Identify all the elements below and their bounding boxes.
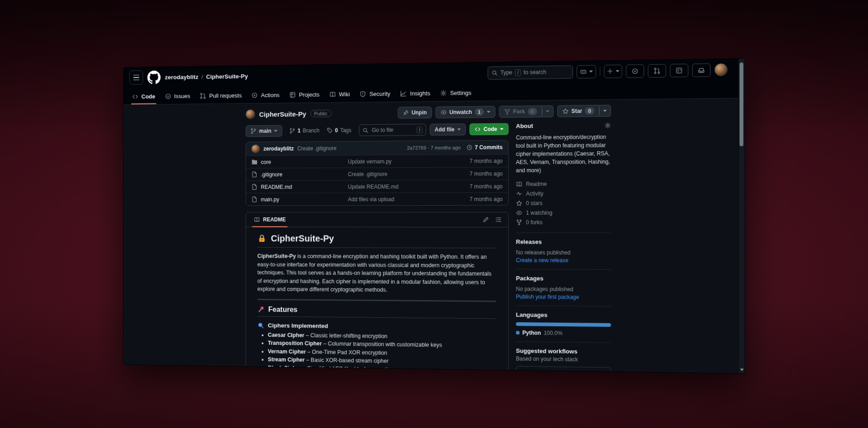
copilot-caret-icon bbox=[589, 71, 593, 72]
scrollbar-thumb[interactable] bbox=[740, 62, 743, 146]
about-settings-gear-icon[interactable] bbox=[604, 122, 611, 128]
global-search-input[interactable]: Type / to search bbox=[488, 65, 573, 80]
features-heading-text: Features bbox=[268, 306, 298, 314]
commit-author-avatar[interactable] bbox=[251, 144, 260, 153]
eye-icon bbox=[516, 209, 522, 216]
copilot-menu-button[interactable] bbox=[577, 65, 596, 78]
releases-section: Releases No releases published Create a … bbox=[516, 238, 611, 270]
fork-dropdown-button[interactable] bbox=[542, 105, 553, 118]
branch-name: main bbox=[259, 128, 271, 134]
branch-selector-button[interactable]: main bbox=[246, 125, 282, 137]
about-title: About bbox=[516, 122, 533, 129]
forks-meta-link[interactable]: 0 forks bbox=[516, 217, 611, 227]
tab-wiki-label: Wiki bbox=[339, 90, 350, 97]
go-to-file-input[interactable] bbox=[371, 126, 414, 134]
topbar-divider bbox=[600, 67, 600, 76]
commit-sha-time[interactable]: 2a72769 · 7 months ago bbox=[407, 145, 461, 151]
file-commit-message[interactable]: Update vernam.py bbox=[348, 158, 460, 165]
file-age: 7 months ago bbox=[460, 196, 503, 202]
cipher-item: Stream Cipher – Basic XOR-based stream c… bbox=[268, 356, 496, 366]
tab-code[interactable]: Code bbox=[128, 88, 159, 104]
add-file-button[interactable]: Add file bbox=[430, 123, 466, 136]
owner-avatar[interactable] bbox=[246, 109, 255, 119]
commit-author-link[interactable]: zerodayblitz bbox=[263, 146, 294, 152]
stars-meta-link[interactable]: 0 stars bbox=[516, 198, 611, 208]
repo-title[interactable]: CipherSuite-Py bbox=[259, 110, 306, 118]
file-name[interactable]: .gitignore bbox=[261, 171, 348, 178]
tab-pull-requests[interactable]: Pull requests bbox=[195, 87, 246, 104]
search-placeholder-prefix: Type bbox=[500, 69, 512, 75]
language-python[interactable]: Python 100.0% bbox=[516, 329, 611, 337]
markdown-divider bbox=[257, 299, 496, 302]
fork-button: Fork 0 bbox=[499, 105, 542, 118]
issues-dashboard-button[interactable] bbox=[626, 64, 644, 78]
breadcrumb-repo-link[interactable]: CipherSuite-Py bbox=[206, 73, 248, 80]
cipher-item: Block Cipher – Simplified AES-like block… bbox=[268, 365, 496, 373]
fork-caret-icon bbox=[545, 110, 549, 112]
issue-opened-icon bbox=[165, 93, 171, 99]
main-column: main 1 Branch 0 Tags bbox=[246, 122, 508, 373]
readme-tab[interactable]: README bbox=[250, 212, 290, 227]
user-avatar[interactable] bbox=[714, 63, 727, 76]
releases-title: Releases bbox=[516, 238, 542, 245]
tab-projects[interactable]: Projects bbox=[285, 86, 324, 103]
edit-pencil-icon[interactable] bbox=[483, 216, 489, 223]
hamburger-menu-button[interactable] bbox=[129, 71, 143, 85]
tab-security-label: Security bbox=[370, 90, 390, 97]
file-row-core[interactable]: core Update vernam.py 7 months ago bbox=[246, 154, 508, 168]
tab-actions[interactable]: Actions bbox=[247, 87, 284, 103]
tab-settings[interactable]: Settings bbox=[436, 85, 476, 101]
create-release-link[interactable]: Create a new release bbox=[516, 257, 611, 264]
file-commit-message[interactable]: Create .gitignore bbox=[348, 170, 460, 177]
inbox-icon bbox=[698, 66, 705, 74]
readme-intro-bold: CipherSuite-Py bbox=[257, 253, 296, 259]
tags-link[interactable]: 0 Tags bbox=[327, 127, 351, 133]
file-row-gitignore[interactable]: .gitignore Create .gitignore 7 months ag… bbox=[246, 167, 508, 180]
file-name[interactable]: main.py bbox=[261, 196, 348, 202]
file-commit-message[interactable]: Add files via upload bbox=[348, 196, 460, 202]
tab-issues[interactable]: Issues bbox=[161, 88, 195, 104]
unpin-label: Unpin bbox=[412, 109, 427, 116]
unwatch-button[interactable]: Unwatch 1 bbox=[436, 106, 495, 118]
star-count: 0 bbox=[585, 107, 594, 114]
file-row-readme[interactable]: README.md Update README.md 7 months ago bbox=[246, 179, 508, 193]
create-new-button[interactable] bbox=[604, 64, 622, 78]
scrollbar-down-arrow-icon[interactable] bbox=[740, 369, 744, 371]
file-row-mainpy[interactable]: main.py Add files via upload 7 months ag… bbox=[246, 193, 508, 206]
pull-requests-dashboard-button[interactable] bbox=[648, 64, 666, 77]
commit-history-link[interactable]: 7 Commits bbox=[466, 144, 503, 151]
tab-security[interactable]: Security bbox=[355, 85, 395, 102]
git-branch-icon bbox=[251, 128, 256, 134]
activity-meta-link[interactable]: Activity bbox=[516, 188, 611, 198]
python-logo-icon bbox=[522, 372, 533, 373]
commit-message-link[interactable]: Create .gitignore bbox=[297, 145, 336, 151]
page-scrollbar[interactable] bbox=[738, 59, 745, 373]
tab-wiki[interactable]: Wiki bbox=[325, 86, 354, 102]
file-age: 7 months ago bbox=[460, 170, 503, 177]
code-dropdown-button[interactable]: Code bbox=[470, 123, 509, 135]
branches-link[interactable]: 1 Branch bbox=[289, 127, 320, 134]
projects-dashboard-button[interactable] bbox=[670, 63, 688, 77]
breadcrumb-owner-link[interactable]: zerodayblitz bbox=[165, 73, 199, 80]
configure-button[interactable]: Configure bbox=[569, 372, 605, 373]
tag-icon bbox=[327, 127, 333, 134]
publish-package-link[interactable]: Publish your first package bbox=[516, 293, 611, 301]
file-name[interactable]: core bbox=[261, 158, 348, 165]
cipher-item: Transposition Cipher – Columnar transpos… bbox=[268, 340, 496, 349]
readme-meta-link[interactable]: Readme bbox=[516, 179, 611, 189]
github-logo-icon[interactable] bbox=[147, 71, 161, 85]
watching-meta-link[interactable]: 1 watching bbox=[516, 208, 611, 217]
unpin-button[interactable]: Unpin bbox=[398, 107, 432, 119]
language-bar bbox=[516, 322, 611, 327]
star-button[interactable]: Star 0 bbox=[557, 105, 599, 117]
star-dropdown-button[interactable] bbox=[599, 105, 611, 117]
file-name[interactable]: README.md bbox=[261, 183, 348, 190]
star-icon bbox=[562, 108, 569, 114]
add-file-caret-icon bbox=[457, 128, 461, 130]
file-age: 7 months ago bbox=[460, 158, 503, 165]
page-body: CipherSuite-Py Public Unpin Unwatch 1 bbox=[123, 98, 745, 373]
file-commit-message[interactable]: Update README.md bbox=[348, 183, 460, 190]
tab-insights[interactable]: Insights bbox=[396, 85, 435, 102]
outline-list-icon[interactable] bbox=[495, 216, 502, 223]
notifications-inbox-button[interactable] bbox=[692, 63, 711, 77]
